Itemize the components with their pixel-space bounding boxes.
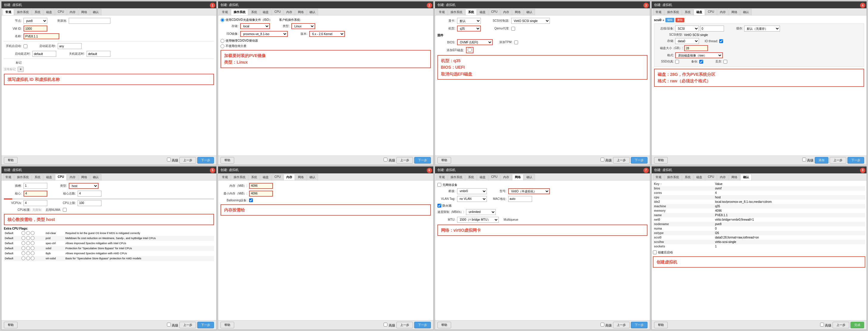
startup-checkbox[interactable] (24, 44, 27, 48)
tab-os-1[interactable]: 操作系统 (14, 9, 32, 15)
prev-btn-4[interactable]: 上一步 (830, 157, 846, 164)
tab-os-6[interactable]: 操作系统 (231, 174, 248, 180)
mac-input[interactable] (508, 196, 532, 202)
tab-system-5[interactable]: 系统 (32, 174, 43, 180)
advanced-check-3[interactable] (600, 158, 604, 162)
tab-mem-2[interactable]: 内存 (284, 9, 295, 15)
advanced-check-8[interactable] (820, 323, 824, 327)
add-tpm-checkbox[interactable] (514, 40, 518, 44)
tab-disk-2[interactable]: 磁盘 (260, 9, 271, 15)
ssd-checkbox[interactable] (675, 60, 679, 64)
backup-checkbox[interactable] (699, 60, 703, 64)
tab-system-2[interactable]: 系统 (248, 9, 260, 15)
cpu-limit-input[interactable] (78, 200, 101, 206)
tab-mem-1[interactable]: 内存 (67, 9, 78, 15)
prev-btn-3[interactable]: 上一步 (613, 157, 630, 164)
advanced-check-5[interactable] (167, 323, 171, 327)
tab-general-5[interactable]: 常规 (3, 174, 14, 180)
edit-disk-btn[interactable]: 编辑 (665, 18, 674, 22)
disk-size-input[interactable] (684, 45, 708, 51)
cores-input[interactable] (24, 191, 47, 197)
add-tag-button[interactable]: + (18, 67, 24, 72)
tab-net-4[interactable]: 网络 (729, 9, 740, 15)
tab-cpu-1[interactable]: CPU (55, 9, 67, 15)
node-select[interactable]: pve8 (24, 18, 47, 24)
prev-btn-5[interactable]: 上一步 (180, 322, 196, 328)
resource-pool-input[interactable] (69, 18, 111, 24)
tab-disk-4[interactable]: 磁盘 (694, 9, 705, 15)
tab-general-8[interactable]: 常规 (653, 174, 664, 180)
qemu-agent-checkbox[interactable] (511, 27, 515, 31)
tab-confirm-8[interactable]: 确认 (740, 174, 752, 180)
help-btn-2[interactable]: 帮助 (220, 157, 234, 164)
start-delay-input[interactable] (32, 51, 56, 57)
tab-os-2[interactable]: 操作系统 (231, 9, 248, 15)
vga-select[interactable]: 默认 (457, 18, 481, 24)
delete-disk-btn[interactable]: 删除 (676, 18, 684, 22)
tab-net-2[interactable]: 网络 (295, 9, 307, 15)
tab-cpu-8[interactable]: CPU (705, 174, 717, 180)
storage-disk-select[interactable]: data0 (675, 38, 699, 44)
tab-confirm-4[interactable]: 确认 (740, 9, 752, 15)
tab-os-4[interactable]: 操作系统 (664, 9, 682, 15)
next-btn-1[interactable]: 下一步 (197, 157, 214, 164)
tab-os-5[interactable]: 操作系统 (14, 174, 32, 180)
mtu-select[interactable]: 1500（= bridge MTU） (457, 217, 499, 223)
stop-delay-input[interactable] (87, 51, 111, 57)
prev-btn-7[interactable]: 上一步 (613, 322, 630, 328)
tab-general-3[interactable]: 常规 (436, 9, 447, 15)
help-btn-8[interactable]: 帮助 (654, 322, 668, 328)
next-btn-5[interactable]: 下一步 (197, 322, 214, 328)
tab-os-3[interactable]: 操作系统 (448, 9, 465, 15)
prev-btn-2[interactable]: 上一步 (396, 157, 413, 164)
tab-mem-8[interactable]: 内存 (717, 174, 728, 180)
tab-mem-3[interactable]: 内存 (500, 9, 512, 15)
name-input[interactable] (24, 33, 59, 39)
tab-general-2[interactable]: 常规 (219, 9, 230, 15)
no-net-checkbox[interactable] (437, 183, 441, 187)
ballooning-checkbox[interactable] (249, 198, 253, 202)
rate-select[interactable]: unlimited (466, 209, 496, 215)
tab-net-3[interactable]: 网络 (512, 9, 523, 15)
tab-cpu-2[interactable]: CPU (272, 9, 283, 15)
numa-checkbox[interactable] (63, 208, 67, 212)
tab-confirm-1[interactable]: 确认 (90, 9, 101, 15)
bios-select[interactable]: OVMF (UEFI) (457, 39, 493, 45)
tab-confirm-5[interactable]: 确认 (90, 174, 101, 180)
tab-general-1[interactable]: 常规 (3, 9, 14, 15)
tab-confirm-3[interactable]: 确认 (524, 9, 535, 15)
help-btn-6[interactable]: 帮助 (220, 322, 234, 328)
tab-net-5[interactable]: 网络 (79, 174, 90, 180)
start-after-input[interactable] (58, 43, 82, 49)
help-btn-1[interactable]: 帮助 (4, 157, 18, 164)
prev-btn-8[interactable]: 上一步 (833, 322, 849, 328)
tab-system-7[interactable]: 系统 (465, 174, 477, 180)
min-memory-input[interactable] (249, 191, 273, 197)
start-after-create-checkbox[interactable] (653, 251, 657, 254)
tab-mem-6[interactable]: 内存 (284, 174, 295, 180)
tab-net-6[interactable]: 网络 (295, 174, 307, 180)
tab-os-7[interactable]: 操作系统 (448, 174, 465, 180)
bus-select[interactable]: SCSI (675, 26, 699, 32)
tab-confirm-6[interactable]: 确认 (307, 174, 318, 180)
discard-checkbox[interactable] (723, 60, 727, 64)
next-btn-4[interactable]: 下一步 (847, 157, 864, 164)
use-iso-radio[interactable] (220, 18, 224, 22)
advanced-check-4[interactable] (802, 158, 806, 162)
tab-system-1[interactable]: 系统 (32, 9, 43, 15)
help-btn-3[interactable]: 帮助 (437, 157, 451, 164)
tab-general-7[interactable]: 常规 (436, 174, 447, 180)
sockets-input[interactable] (24, 183, 47, 189)
no-media-radio[interactable] (220, 44, 224, 48)
tab-os-8[interactable]: 操作系统 (664, 174, 682, 180)
tab-system-4[interactable]: 系统 (682, 9, 693, 15)
tab-disk-6[interactable]: 磁盘 (260, 174, 271, 180)
tab-net-1[interactable]: 网络 (79, 9, 90, 15)
bus-num-input[interactable] (700, 26, 724, 32)
vmid-input[interactable] (24, 26, 47, 32)
help-btn-4[interactable]: 帮助 (654, 157, 668, 164)
next-btn-2[interactable]: 下一步 (414, 157, 431, 164)
help-btn-7[interactable]: 帮助 (437, 322, 451, 328)
net-model-select[interactable]: VirtIO（半虚拟化） (508, 188, 550, 194)
use-cdrom-radio[interactable] (220, 39, 224, 43)
